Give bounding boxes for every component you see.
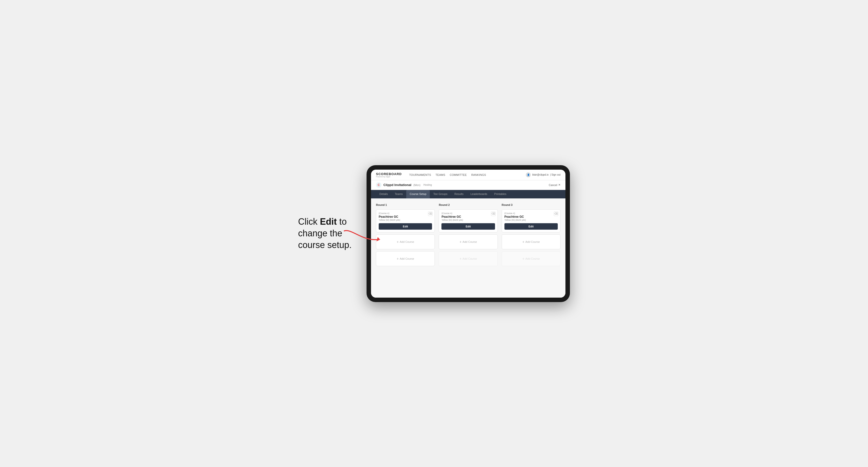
round-1-course-details: Yellow (M) (6629 yds)	[379, 219, 432, 221]
tournament-bar: C Clippd Invitational (Men) Hosting Canc…	[371, 180, 565, 190]
tab-results[interactable]: Results	[451, 190, 467, 198]
sign-out-link[interactable]: | Sign out	[550, 174, 560, 176]
add-icon-2: +	[397, 257, 399, 261]
round-2-add-course-1[interactable]: + Add Course	[439, 235, 497, 249]
round-2-edit-button[interactable]: Edit	[441, 223, 495, 230]
top-nav: SCOREBOARD Powered by clippd TOURNAMENTS…	[371, 169, 565, 180]
round-1-add-label-2: Add Course	[400, 257, 414, 260]
round-2-course-label: (Course A)	[441, 212, 495, 215]
nav-tournaments[interactable]: TOURNAMENTS	[409, 174, 431, 176]
round-3-edit-button[interactable]: Edit	[504, 223, 558, 230]
nav-links: TOURNAMENTS TEAMS COMMITTEE RANKINGS	[409, 174, 521, 176]
round-1-add-course-1[interactable]: + Add Course	[376, 235, 435, 249]
main-content: Round 1 ⌫ (Course A) Peachtree GC Yellow…	[371, 198, 565, 298]
tournament-info: C Clippd Invitational (Men) Hosting	[376, 182, 432, 188]
nav-right: 👤 blair@clippd.io | Sign out	[526, 173, 560, 177]
round-1-course-name: Peachtree GC	[379, 215, 432, 218]
round-2-title: Round 2	[439, 204, 497, 206]
round-2-add-label-2: Add Course	[463, 257, 477, 260]
round-2-course-details: Yellow (M) (6629 yds)	[441, 219, 495, 221]
round-2-add-course-2: + Add Course	[439, 251, 497, 266]
round-1-add-course-2[interactable]: + Add Course	[376, 251, 435, 266]
tabs-bar: Details Teams Course Setup Tee Groups Re…	[371, 190, 565, 198]
rounds-grid: Round 1 ⌫ (Course A) Peachtree GC Yellow…	[376, 204, 560, 266]
round-2-add-label-1: Add Course	[463, 240, 477, 243]
instruction-prefix: Click	[298, 217, 320, 227]
instruction-bold: Edit	[320, 217, 337, 227]
round-3-delete-button[interactable]: ⌫	[554, 212, 558, 216]
round-3-course-details: Yellow (M) (6629 yds)	[504, 219, 558, 221]
tab-course-setup[interactable]: Course Setup	[406, 190, 430, 198]
round-1-add-label-1: Add Course	[400, 240, 414, 243]
round-3-column: Round 3 ⌫ (Course A) Peachtree GC Yellow…	[502, 204, 560, 266]
add-icon-6: +	[522, 257, 524, 261]
add-icon-4: +	[460, 257, 462, 261]
round-1-course-label: (Course A)	[379, 212, 432, 215]
user-email: blair@clippd.io	[532, 174, 549, 176]
clippd-logo: C	[376, 182, 381, 188]
nav-rankings[interactable]: RANKINGS	[471, 174, 486, 176]
hosting-badge: Hosting	[423, 184, 432, 186]
add-icon-1: +	[397, 240, 399, 244]
logo-sub-text: Powered by clippd	[376, 176, 402, 178]
round-2-course-name: Peachtree GC	[441, 215, 495, 218]
round-3-add-course-1[interactable]: + Add Course	[502, 235, 560, 249]
round-3-course-name: Peachtree GC	[504, 215, 558, 218]
nav-teams[interactable]: TEAMS	[435, 174, 445, 176]
round-1-delete-button[interactable]: ⌫	[428, 212, 433, 216]
round-3-title: Round 3	[502, 204, 560, 206]
tab-printables[interactable]: Printables	[491, 190, 510, 198]
scoreboard-logo: SCOREBOARD Powered by clippd	[376, 172, 402, 178]
tab-leaderboards[interactable]: Leaderboards	[467, 190, 491, 198]
nav-committee[interactable]: COMMITTEE	[450, 174, 467, 176]
instruction-text: Click Edit tochange thecourse setup.	[298, 216, 352, 251]
tournament-gender: (Men)	[413, 184, 421, 187]
logo-main-text: SCOREBOARD	[376, 172, 402, 176]
round-2-column: Round 2 ⌫ (Course A) Peachtree GC Yellow…	[439, 204, 497, 266]
round-3-add-course-2: + Add Course	[502, 251, 560, 266]
tab-tee-groups[interactable]: Tee Groups	[430, 190, 451, 198]
tablet-screen: SCOREBOARD Powered by clippd TOURNAMENTS…	[371, 169, 565, 298]
arrow-icon	[342, 226, 381, 246]
round-1-title: Round 1	[376, 204, 435, 206]
round-3-course-card: ⌫ (Course A) Peachtree GC Yellow (M) (66…	[502, 209, 560, 232]
tournament-name: Clippd Invitational	[383, 183, 411, 187]
tab-details[interactable]: Details	[376, 190, 391, 198]
round-3-add-label-2: Add Course	[525, 257, 540, 260]
round-3-course-label: (Course A)	[504, 212, 558, 215]
round-1-edit-button[interactable]: Edit	[379, 223, 432, 230]
cancel-button[interactable]: Cancel ✕	[549, 183, 560, 187]
round-1-column: Round 1 ⌫ (Course A) Peachtree GC Yellow…	[376, 204, 435, 266]
tablet-frame: SCOREBOARD Powered by clippd TOURNAMENTS…	[367, 165, 570, 302]
round-2-delete-button[interactable]: ⌫	[491, 212, 496, 216]
add-icon-5: +	[522, 240, 524, 244]
add-icon-3: +	[460, 240, 462, 244]
user-avatar: 👤	[526, 173, 531, 177]
round-2-course-card: ⌫ (Course A) Peachtree GC Yellow (M) (66…	[439, 209, 497, 232]
round-3-add-label-1: Add Course	[525, 240, 540, 243]
round-1-course-card: ⌫ (Course A) Peachtree GC Yellow (M) (66…	[376, 209, 435, 232]
tab-teams[interactable]: Teams	[391, 190, 406, 198]
